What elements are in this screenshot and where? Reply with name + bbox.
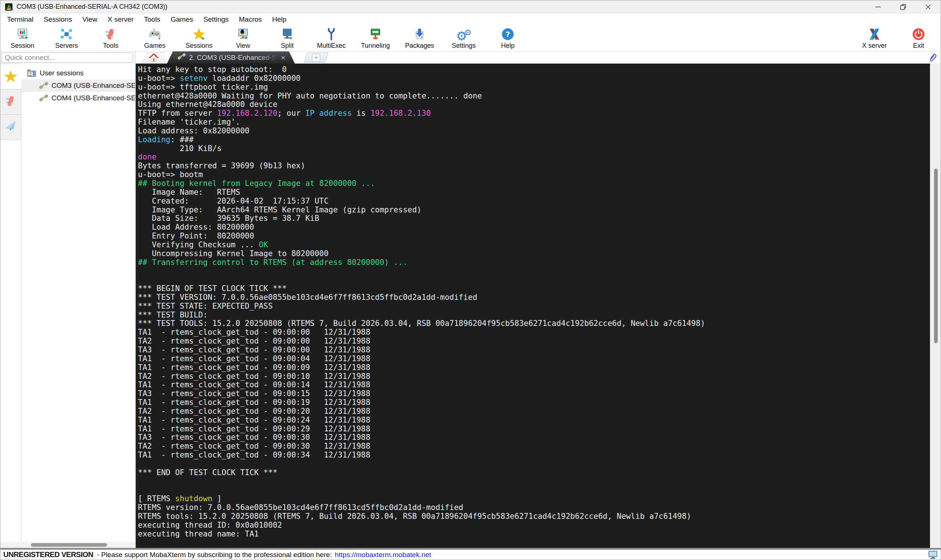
sessions-button[interactable]: Sessions bbox=[177, 25, 221, 51]
terminal-line bbox=[138, 460, 930, 469]
paper-plane-icon bbox=[2, 118, 19, 137]
close-button[interactable] bbox=[916, 0, 941, 14]
settings-button[interactable]: ⚙⚙ Settings bbox=[442, 25, 486, 51]
terminal-line: Image Name: RTEMS bbox=[138, 188, 930, 197]
x-server-icon bbox=[867, 27, 881, 42]
games-label: Games bbox=[144, 42, 165, 49]
tab-close-icon[interactable]: × bbox=[281, 53, 285, 62]
terminal-line: RTEMS version: 7.0.0.56ae0855be103cd4e6f… bbox=[138, 503, 930, 512]
svg-text:?: ? bbox=[506, 30, 510, 38]
quick-connect-input[interactable] bbox=[2, 52, 133, 63]
terminal-line: u-boot=> bootm bbox=[138, 171, 930, 179]
servers-button[interactable]: Servers bbox=[45, 25, 89, 51]
servers-label: Servers bbox=[55, 42, 78, 49]
active-session-tab[interactable]: 2. COM3 (USB-Enhanced-SERIAL-A × bbox=[167, 51, 295, 63]
maximize-button[interactable] bbox=[891, 0, 916, 14]
tab-title: 2. COM3 (USB-Enhanced-SERIAL-A bbox=[189, 54, 279, 62]
view-icon bbox=[236, 27, 250, 42]
terminal-line: Load Address: 80200000 bbox=[138, 223, 930, 232]
terminal-line: Created: 2026-04-02 17:15:37 UTC bbox=[138, 197, 930, 206]
terminal-line: Loading: ### bbox=[138, 135, 930, 145]
plug-icon bbox=[177, 52, 186, 63]
tree-root-label: User sessions bbox=[40, 69, 83, 77]
multiexec-button[interactable]: MultiExec bbox=[309, 25, 353, 51]
terminal-line: executing thread name: TA1 bbox=[138, 530, 930, 539]
star-icon: ★ bbox=[3, 68, 18, 85]
home-tab[interactable] bbox=[140, 52, 167, 63]
mobaxterm-window: COM3 (USB-Enhanced-SERIAL-A CH342 (COM3)… bbox=[0, 0, 941, 560]
packages-button[interactable]: Packages bbox=[398, 25, 442, 51]
sidebar-tab-tools[interactable] bbox=[0, 89, 21, 115]
tree-item-com3[interactable]: COM3 (USB-Enhanced-SERIAL-A bbox=[21, 79, 135, 92]
terminal-line: TA2 - rtems_clock_get_tod - 09:00:20 12/… bbox=[138, 407, 930, 416]
swiss-knife-icon bbox=[4, 94, 17, 109]
terminal-line: Entry Point: 80200000 bbox=[138, 232, 930, 241]
terminal-line: *** BEGIN OF TEST CLOCK TICK *** bbox=[138, 285, 930, 293]
terminal-line: Bytes transferred = 39699 (9b13 hex) bbox=[138, 162, 930, 171]
session-button[interactable]: Session bbox=[0, 25, 45, 51]
support-message: - Please support MobaXterm by subscribin… bbox=[97, 551, 332, 559]
exit-power-icon bbox=[912, 27, 925, 42]
sidebar-tab-macros[interactable] bbox=[0, 114, 21, 140]
terminal-output[interactable]: Hit any key to stop autoboot: 0u-boot=> … bbox=[136, 63, 930, 548]
menu-view[interactable]: View bbox=[77, 14, 103, 25]
terminal-line: Using ethernet@428a0000 device bbox=[138, 100, 930, 109]
settings-gears-icon: ⚙⚙ bbox=[456, 27, 471, 42]
tree-item-com4[interactable]: COM4 (USB-Enhanced-SERIAL-B bbox=[21, 92, 135, 105]
menu-games[interactable]: Games bbox=[165, 14, 198, 25]
mobatek-link[interactable]: https://mobaxterm.mobatek.net bbox=[335, 551, 431, 559]
home-icon bbox=[149, 53, 159, 63]
help-button[interactable]: ? Help bbox=[486, 25, 530, 51]
view-button[interactable]: View bbox=[221, 25, 265, 51]
terminal-line: ## Booting kernel from Legacy Image at 8… bbox=[138, 179, 930, 188]
split-button[interactable]: Split bbox=[265, 25, 309, 51]
multiexec-fork-icon bbox=[324, 27, 338, 42]
terminal-line: TA3 - rtems_clock_get_tod - 09:00:30 12/… bbox=[138, 433, 930, 442]
menu-settings[interactable]: Settings bbox=[198, 14, 234, 25]
menu-sessions[interactable]: Sessions bbox=[39, 14, 77, 25]
servers-icon bbox=[60, 27, 74, 42]
exit-label: Exit bbox=[913, 42, 924, 49]
sidebar-tab-sessions[interactable]: ★ bbox=[0, 63, 21, 89]
x-server-button[interactable]: X server bbox=[852, 25, 896, 51]
packages-icon bbox=[413, 27, 427, 42]
scrollbar-thumb[interactable] bbox=[31, 543, 107, 547]
terminal-line: *** TEST STATE: EXPECTED_PASS bbox=[138, 302, 930, 311]
session-label: Session bbox=[11, 42, 34, 49]
terminal-line: u-boot=> tftpboot ticker.img bbox=[138, 83, 930, 92]
tunneling-button[interactable]: Tunneling bbox=[353, 25, 398, 51]
games-button[interactable]: Games bbox=[133, 25, 177, 51]
sidebar-horizontal-scrollbar[interactable] bbox=[0, 542, 135, 548]
tools-button[interactable]: Tools bbox=[89, 25, 133, 51]
exit-button[interactable]: Exit bbox=[896, 25, 941, 51]
x-server-label: X server bbox=[862, 42, 887, 49]
terminal-line: TA3 - rtems_clock_get_tod - 09:00:00 12/… bbox=[138, 346, 930, 355]
terminal-line: Image Type: AArch64 RTEMS Kernel Image (… bbox=[138, 206, 930, 215]
terminal-line: Data Size: 39635 Bytes = 38.7 KiB bbox=[138, 214, 930, 223]
tab-bar: 2. COM3 (USB-Enhanced-SERIAL-A × + bbox=[135, 51, 941, 63]
terminal-line: TA2 - rtems_clock_get_tod - 09:00:30 12/… bbox=[138, 442, 930, 451]
terminal-line: TA1 - rtems_clock_get_tod - 09:00:29 12/… bbox=[138, 425, 930, 434]
terminal-line: u-boot=> setenv loadaddr 0x82000000 bbox=[138, 74, 930, 83]
status-bar: UNREGISTERED VERSION - Please support Mo… bbox=[0, 550, 941, 560]
tree-root-user-sessions[interactable]: User sessions bbox=[21, 67, 135, 79]
split-label: Split bbox=[281, 42, 293, 49]
menu-terminal[interactable]: Terminal bbox=[2, 14, 39, 25]
minimize-button[interactable] bbox=[865, 0, 891, 14]
menu-macros[interactable]: Macros bbox=[234, 14, 267, 25]
menu-help[interactable]: Help bbox=[267, 14, 292, 25]
new-tab-button[interactable]: + bbox=[304, 52, 329, 63]
terminal-line: TFTP from server 192.168.2.120; our IP a… bbox=[138, 109, 930, 118]
menu-x-server[interactable]: X server bbox=[103, 14, 139, 25]
menu-bar: Terminal Sessions View X server Tools Ga… bbox=[0, 14, 941, 25]
sessions-label: Sessions bbox=[185, 42, 212, 49]
menu-tools[interactable]: Tools bbox=[139, 14, 165, 25]
terminal-line: TA1 - rtems_clock_get_tod - 09:00:34 12/… bbox=[138, 451, 930, 460]
scrollbar-thumb[interactable] bbox=[934, 169, 938, 343]
paperclip-icon[interactable] bbox=[928, 53, 938, 64]
terminal-line bbox=[138, 275, 930, 285]
terminal-vertical-scrollbar[interactable] bbox=[930, 63, 941, 548]
terminal-line: Hit any key to stop autoboot: 0 bbox=[138, 65, 930, 74]
terminal-line: ethernet@428a0000 Waiting for PHY auto n… bbox=[138, 92, 930, 101]
plus-icon: + bbox=[312, 54, 320, 62]
